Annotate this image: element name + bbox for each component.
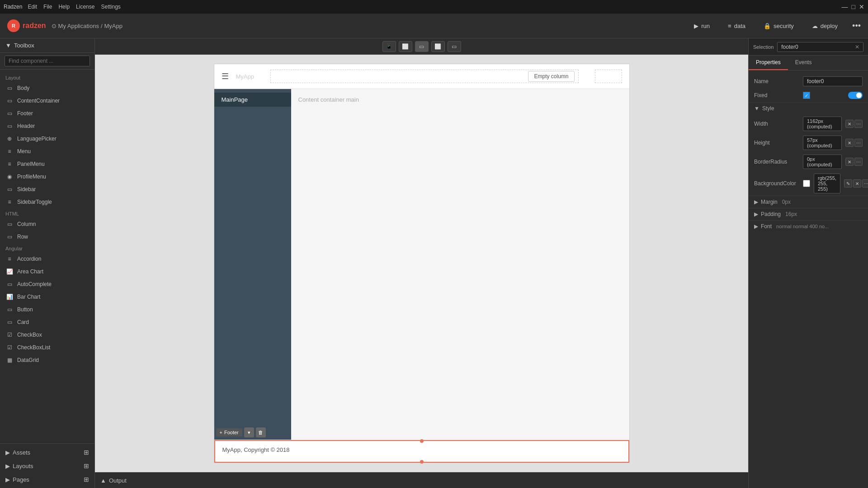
breadcrumb-icon: ⊙ <box>52 23 57 29</box>
footer-tag[interactable]: + Footer <box>216 428 242 436</box>
footer-handle-bottom[interactable] <box>420 460 424 464</box>
lock-icon: 🔒 <box>764 23 771 29</box>
toolbox-item-body[interactable]: ▭ Body <box>0 82 94 94</box>
layouts-label: Layouts <box>13 463 33 469</box>
toolbox-item-card[interactable]: ▭ Card <box>0 316 94 328</box>
layouts-expand-icon: ▶ <box>5 463 10 469</box>
tab-events[interactable]: Events <box>788 56 819 70</box>
canvas-footer[interactable]: MyApp, Copyright © 2018 <box>214 440 629 463</box>
toolbox-title: Toolbox <box>14 42 34 49</box>
toolbox-item-profilemenu[interactable]: ◉ ProfileMenu <box>0 170 94 183</box>
search-input[interactable] <box>5 56 90 66</box>
toolbox-item-languagepicker[interactable]: ⊕ LanguagePicker <box>0 132 94 145</box>
deploy-button[interactable]: ☁ deploy <box>808 21 841 31</box>
dotted-area-right <box>595 70 622 83</box>
breadcrumb-app[interactable]: My Applications <box>58 23 99 29</box>
titlebar: Radzen Edit File Help License Settings —… <box>0 0 868 14</box>
fixed-toggle[interactable] <box>848 92 863 99</box>
row-label: Row <box>17 234 28 240</box>
data-label: data <box>734 23 745 29</box>
fixed-checkbox[interactable]: ✓ <box>803 92 810 99</box>
bgcolor-clear-btn[interactable]: ✕ <box>853 179 861 188</box>
mobile-viewport-btn[interactable]: 📱 <box>382 41 396 52</box>
margin-section-header[interactable]: ▶ Margin 0px <box>749 196 868 208</box>
padding-section-header[interactable]: ▶ Padding 16px <box>749 208 868 220</box>
menu-help[interactable]: Help <box>58 4 70 10</box>
toolbox-item-accordion[interactable]: ≡ Accordion <box>0 253 94 265</box>
height-actions: ✕ ⋯ <box>845 139 863 147</box>
output-toggle[interactable]: ▲ Output <box>100 477 127 484</box>
toolbox-item-column[interactable]: ▭ Column <box>0 218 94 230</box>
run-button[interactable]: ▶ run <box>690 21 713 31</box>
width-clear-btn[interactable]: ✕ <box>845 120 854 128</box>
style-section-header[interactable]: ▼ Style <box>749 102 868 114</box>
toolbox-item-sidebar[interactable]: ▭ Sidebar <box>0 183 94 196</box>
bgcolor-options-btn[interactable]: ⋯ <box>862 179 868 188</box>
toolbox-item-contentcontainer[interactable]: ▭ ContentContainer <box>0 94 94 107</box>
toolbox-item-autocomplete[interactable]: ▭ AutoComplete <box>0 278 94 291</box>
close-button[interactable]: ✕ <box>859 3 864 10</box>
menu-license[interactable]: License <box>76 4 94 10</box>
minimize-button[interactable]: — <box>842 3 848 10</box>
hamburger-icon[interactable]: ☰ <box>222 71 229 81</box>
bgcolor-edit-btn[interactable]: ✎ <box>844 179 852 188</box>
maximize-button[interactable]: □ <box>852 3 855 10</box>
logo[interactable]: R radzen <box>7 19 46 32</box>
toolbox-item-checkbox[interactable]: ☑ CheckBox <box>0 328 94 341</box>
layouts-action-icon: ⊞ <box>84 462 89 469</box>
toolbox-item-footer[interactable]: ▭ Footer <box>0 107 94 120</box>
padding-value-inline: 16px <box>785 211 797 217</box>
footer-delete-btn[interactable]: 🗑 <box>256 427 266 437</box>
height-options-btn[interactable]: ⋯ <box>854 139 863 147</box>
security-button[interactable]: 🔒 security <box>760 21 797 31</box>
small-viewport-btn[interactable]: ⬜ <box>399 41 412 52</box>
menu-edit[interactable]: Edit <box>28 4 37 10</box>
toolbox-item-header[interactable]: ▭ Header <box>0 120 94 132</box>
large-viewport-btn[interactable]: ⬜ <box>431 41 445 52</box>
more-button[interactable]: ••• <box>852 21 861 31</box>
full-viewport-btn[interactable]: ▭ <box>448 41 461 52</box>
app-body: MainPage Content container main <box>214 89 629 440</box>
data-button[interactable]: ≡ data <box>724 21 749 31</box>
borderradius-clear-btn[interactable]: ✕ <box>845 158 854 166</box>
height-clear-btn[interactable]: ✕ <box>845 139 854 147</box>
toolbox-item-panelmenu[interactable]: ≡ PanelMenu <box>0 158 94 170</box>
breadcrumb-page[interactable]: MyApp <box>104 23 123 29</box>
titlebar-left: Radzen Edit File Help License Settings <box>4 4 121 10</box>
toolbox-item-datagrid[interactable]: ▦ DataGrid <box>0 354 94 366</box>
tab-properties[interactable]: Properties <box>749 56 788 70</box>
profilemenu-icon: ◉ <box>5 173 14 181</box>
toolbox-item-row[interactable]: ▭ Row <box>0 230 94 243</box>
card-label: Card <box>17 319 29 325</box>
bgcolor-actions: ✎ ✕ ⋯ <box>844 179 868 188</box>
toolbox-header: ▼ Toolbox <box>0 38 94 53</box>
selection-value: footer0 ✕ <box>777 42 863 52</box>
selection-clear-button[interactable]: ✕ <box>855 44 859 50</box>
logo-text: radzen <box>23 22 46 30</box>
sidebar-item-mainpage[interactable]: MainPage <box>214 93 291 107</box>
toolbox-item-checkboxlist[interactable]: ☑ CheckBoxList <box>0 341 94 354</box>
toolbox-item-areachart[interactable]: 📈 Area Chart <box>0 265 94 278</box>
width-options-btn[interactable]: ⋯ <box>854 120 863 128</box>
margin-section-label: Margin <box>761 199 778 205</box>
html-section-label: HTML <box>0 208 94 218</box>
pages-item[interactable]: ▶ Pages ⊞ <box>0 473 94 486</box>
footer-handle-top[interactable] <box>420 439 424 443</box>
assets-item[interactable]: ▶ Assets ⊞ <box>0 446 94 459</box>
footer-dropdown-btn[interactable]: ▾ <box>244 427 254 437</box>
font-section-header[interactable]: ▶ Font normal normal 400 no... <box>749 220 868 232</box>
toolbox-item-menu[interactable]: ≡ Menu <box>0 145 94 158</box>
canvas-toolbar: 📱 ⬜ ▭ ⬜ ▭ <box>95 38 748 55</box>
empty-column-btn[interactable]: Empty column <box>528 71 574 82</box>
bgcolor-preview[interactable] <box>803 180 810 187</box>
borderradius-options-btn[interactable]: ⋯ <box>854 158 863 166</box>
toolbox-item-sidebartoggle[interactable]: ≡ SidebarToggle <box>0 196 94 208</box>
layouts-item[interactable]: ▶ Layouts ⊞ <box>0 459 94 473</box>
toolbox-item-barchart[interactable]: 📊 Bar Chart <box>0 291 94 303</box>
menu-file[interactable]: File <box>43 4 52 10</box>
medium-viewport-btn[interactable]: ▭ <box>415 41 429 52</box>
toolbox-item-button[interactable]: ▭ Button <box>0 303 94 316</box>
titlebar-menu: Edit File Help License Settings <box>28 4 120 10</box>
topbar-right: ▶ run ≡ data 🔒 security ☁ deploy ••• <box>690 21 861 31</box>
menu-settings[interactable]: Settings <box>101 4 120 10</box>
